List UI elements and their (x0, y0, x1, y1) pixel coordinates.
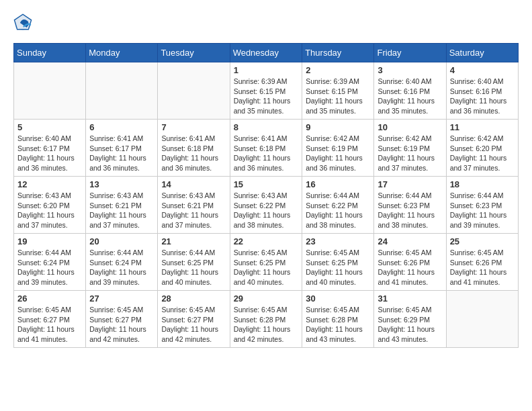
day-number: 15 (234, 179, 299, 189)
day-info: Sunrise: 6:41 AM Sunset: 6:18 PM Dayligh… (161, 134, 226, 173)
calendar-cell: 12Sunrise: 6:43 AM Sunset: 6:20 PM Dayli… (14, 177, 86, 234)
calendar-cell: 25Sunrise: 6:45 AM Sunset: 6:26 PM Dayli… (446, 234, 518, 291)
day-number: 4 (450, 65, 515, 75)
day-info: Sunrise: 6:39 AM Sunset: 6:15 PM Dayligh… (234, 77, 299, 116)
calendar-cell: 13Sunrise: 6:43 AM Sunset: 6:21 PM Dayli… (86, 177, 158, 234)
calendar-cell: 16Sunrise: 6:44 AM Sunset: 6:22 PM Dayli… (302, 177, 374, 234)
day-info: Sunrise: 6:43 AM Sunset: 6:20 PM Dayligh… (17, 191, 82, 230)
week-row-5: 26Sunrise: 6:45 AM Sunset: 6:27 PM Dayli… (14, 291, 519, 348)
day-number: 23 (306, 236, 370, 246)
day-info: Sunrise: 6:41 AM Sunset: 6:18 PM Dayligh… (234, 134, 299, 173)
day-info: Sunrise: 6:40 AM Sunset: 6:17 PM Dayligh… (17, 134, 82, 173)
day-info: Sunrise: 6:43 AM Sunset: 6:21 PM Dayligh… (161, 191, 226, 230)
day-info: Sunrise: 6:40 AM Sunset: 6:16 PM Dayligh… (450, 77, 515, 116)
day-header-saturday: Saturday (446, 44, 518, 62)
day-info: Sunrise: 6:44 AM Sunset: 6:24 PM Dayligh… (89, 248, 154, 287)
calendar-cell: 15Sunrise: 6:43 AM Sunset: 6:22 PM Dayli… (230, 177, 302, 234)
day-number: 2 (306, 65, 370, 75)
calendar-cell: 30Sunrise: 6:45 AM Sunset: 6:28 PM Dayli… (302, 291, 374, 348)
logo-icon (13, 13, 32, 32)
day-number: 29 (234, 293, 299, 304)
day-number: 7 (161, 122, 226, 132)
day-info: Sunrise: 6:45 AM Sunset: 6:27 PM Dayligh… (17, 305, 82, 345)
day-number: 3 (378, 65, 442, 75)
logo (13, 13, 35, 32)
calendar-cell: 24Sunrise: 6:45 AM Sunset: 6:26 PM Dayli… (374, 234, 446, 291)
calendar-cell: 29Sunrise: 6:45 AM Sunset: 6:28 PM Dayli… (230, 291, 302, 348)
day-number: 14 (161, 179, 226, 189)
day-info: Sunrise: 6:44 AM Sunset: 6:24 PM Dayligh… (17, 248, 82, 287)
day-number: 19 (17, 236, 82, 246)
day-number: 21 (161, 236, 226, 246)
calendar-cell: 11Sunrise: 6:42 AM Sunset: 6:20 PM Dayli… (446, 120, 518, 177)
day-header-tuesday: Tuesday (158, 44, 230, 62)
calendar-cell: 22Sunrise: 6:45 AM Sunset: 6:25 PM Dayli… (230, 234, 302, 291)
day-number: 27 (89, 293, 154, 304)
day-number: 22 (234, 236, 299, 246)
day-number: 20 (89, 236, 154, 246)
day-info: Sunrise: 6:43 AM Sunset: 6:22 PM Dayligh… (234, 191, 299, 230)
day-info: Sunrise: 6:42 AM Sunset: 6:20 PM Dayligh… (450, 134, 515, 173)
day-header-thursday: Thursday (302, 44, 374, 62)
calendar-header-row: SundayMondayTuesdayWednesdayThursdayFrid… (14, 44, 519, 62)
day-number: 8 (234, 122, 299, 132)
day-number: 25 (450, 236, 515, 246)
calendar-cell (14, 62, 86, 120)
calendar-cell: 8Sunrise: 6:41 AM Sunset: 6:18 PM Daylig… (230, 120, 302, 177)
calendar-cell: 31Sunrise: 6:45 AM Sunset: 6:29 PM Dayli… (374, 291, 446, 348)
day-info: Sunrise: 6:43 AM Sunset: 6:21 PM Dayligh… (89, 191, 154, 230)
day-header-friday: Friday (374, 44, 446, 62)
calendar-cell: 2Sunrise: 6:39 AM Sunset: 6:15 PM Daylig… (302, 62, 374, 120)
day-info: Sunrise: 6:40 AM Sunset: 6:16 PM Dayligh… (378, 77, 442, 116)
day-info: Sunrise: 6:45 AM Sunset: 6:27 PM Dayligh… (89, 305, 154, 345)
day-number: 30 (306, 293, 370, 304)
calendar-cell: 3Sunrise: 6:40 AM Sunset: 6:16 PM Daylig… (374, 62, 446, 120)
day-header-monday: Monday (86, 44, 158, 62)
calendar-cell: 21Sunrise: 6:44 AM Sunset: 6:25 PM Dayli… (158, 234, 230, 291)
calendar-cell: 18Sunrise: 6:44 AM Sunset: 6:23 PM Dayli… (446, 177, 518, 234)
calendar-cell: 17Sunrise: 6:44 AM Sunset: 6:23 PM Dayli… (374, 177, 446, 234)
day-header-sunday: Sunday (14, 44, 86, 62)
day-info: Sunrise: 6:45 AM Sunset: 6:29 PM Dayligh… (378, 305, 442, 345)
day-number: 16 (306, 179, 370, 189)
week-row-4: 19Sunrise: 6:44 AM Sunset: 6:24 PM Dayli… (14, 234, 519, 291)
day-info: Sunrise: 6:44 AM Sunset: 6:23 PM Dayligh… (378, 191, 442, 230)
calendar-cell (86, 62, 158, 120)
day-info: Sunrise: 6:45 AM Sunset: 6:28 PM Dayligh… (234, 305, 299, 345)
day-info: Sunrise: 6:45 AM Sunset: 6:26 PM Dayligh… (450, 248, 515, 287)
calendar-cell: 5Sunrise: 6:40 AM Sunset: 6:17 PM Daylig… (14, 120, 86, 177)
day-number: 11 (450, 122, 515, 132)
calendar-cell: 6Sunrise: 6:41 AM Sunset: 6:17 PM Daylig… (86, 120, 158, 177)
day-info: Sunrise: 6:45 AM Sunset: 6:26 PM Dayligh… (378, 248, 442, 287)
day-number: 24 (378, 236, 442, 246)
calendar-cell (158, 62, 230, 120)
day-number: 10 (378, 122, 442, 132)
day-info: Sunrise: 6:39 AM Sunset: 6:15 PM Dayligh… (306, 77, 370, 116)
calendar-cell: 10Sunrise: 6:42 AM Sunset: 6:19 PM Dayli… (374, 120, 446, 177)
calendar-cell: 20Sunrise: 6:44 AM Sunset: 6:24 PM Dayli… (86, 234, 158, 291)
day-info: Sunrise: 6:41 AM Sunset: 6:17 PM Dayligh… (89, 134, 154, 173)
calendar-cell: 26Sunrise: 6:45 AM Sunset: 6:27 PM Dayli… (14, 291, 86, 348)
day-number: 5 (17, 122, 82, 132)
calendar-cell: 4Sunrise: 6:40 AM Sunset: 6:16 PM Daylig… (446, 62, 518, 120)
week-row-3: 12Sunrise: 6:43 AM Sunset: 6:20 PM Dayli… (14, 177, 519, 234)
day-number: 31 (378, 293, 442, 304)
day-number: 18 (450, 179, 515, 189)
week-row-2: 5Sunrise: 6:40 AM Sunset: 6:17 PM Daylig… (14, 120, 519, 177)
calendar-cell: 28Sunrise: 6:45 AM Sunset: 6:27 PM Dayli… (158, 291, 230, 348)
calendar-cell: 19Sunrise: 6:44 AM Sunset: 6:24 PM Dayli… (14, 234, 86, 291)
day-info: Sunrise: 6:44 AM Sunset: 6:23 PM Dayligh… (450, 191, 515, 230)
day-number: 12 (17, 179, 82, 189)
day-info: Sunrise: 6:44 AM Sunset: 6:22 PM Dayligh… (306, 191, 370, 230)
day-info: Sunrise: 6:44 AM Sunset: 6:25 PM Dayligh… (161, 248, 226, 287)
week-row-1: 1Sunrise: 6:39 AM Sunset: 6:15 PM Daylig… (14, 62, 519, 120)
day-header-wednesday: Wednesday (230, 44, 302, 62)
calendar-cell: 9Sunrise: 6:42 AM Sunset: 6:19 PM Daylig… (302, 120, 374, 177)
day-number: 17 (378, 179, 442, 189)
calendar-cell: 7Sunrise: 6:41 AM Sunset: 6:18 PM Daylig… (158, 120, 230, 177)
day-info: Sunrise: 6:45 AM Sunset: 6:25 PM Dayligh… (306, 248, 370, 287)
day-number: 6 (89, 122, 154, 132)
calendar-cell: 1Sunrise: 6:39 AM Sunset: 6:15 PM Daylig… (230, 62, 302, 120)
day-info: Sunrise: 6:45 AM Sunset: 6:25 PM Dayligh… (234, 248, 299, 287)
day-info: Sunrise: 6:45 AM Sunset: 6:27 PM Dayligh… (161, 305, 226, 345)
